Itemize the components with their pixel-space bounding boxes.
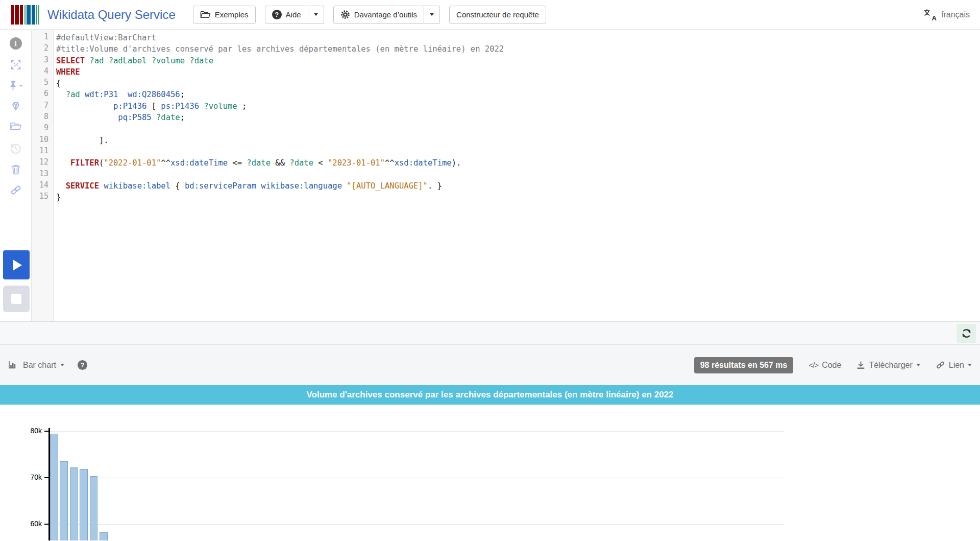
y-axis-label: 60k [18, 520, 42, 528]
refresh-results-button[interactable] [957, 324, 976, 343]
results-count-badge: 98 résultats en 567 ms [694, 357, 794, 373]
permalink-icon[interactable] [10, 184, 22, 196]
code-line[interactable] [56, 169, 980, 180]
code-label: Code [822, 361, 841, 370]
code-line[interactable]: #defaultView:BarChart [56, 32, 980, 43]
page-title[interactable]: Wikidata Query Service [47, 8, 176, 22]
run-query-button[interactable] [3, 250, 30, 279]
code-line[interactable]: ?ad wdt:P31 wd:Q2860456; [56, 89, 980, 100]
line-number: 2 [32, 43, 53, 55]
stop-icon [11, 294, 21, 304]
download-label: Télécharger [869, 361, 912, 370]
query-editor-panel: i 123456789101112131415 #de [0, 30, 980, 322]
code-line[interactable]: ]. [56, 135, 980, 146]
examples-button[interactable]: Exemples [193, 6, 256, 24]
code-line[interactable]: p:P1436 [ ps:P1436 ?volume ; [56, 101, 980, 112]
code-line[interactable]: SELECT ?ad ?adLabel ?volume ?date [56, 55, 980, 66]
code-line[interactable]: SERVICE wikibase:label { bd:serviceParam… [56, 180, 980, 192]
bar-chart-icon [8, 361, 19, 369]
open-query-folder-icon[interactable] [10, 122, 22, 131]
examples-button-group: Exemples [193, 6, 256, 24]
line-number: 3 [32, 55, 53, 66]
line-number: 1 [32, 32, 53, 43]
y-axis-tick [44, 524, 49, 525]
bar[interactable] [50, 434, 58, 540]
clear-editor-trash-icon[interactable] [11, 163, 21, 175]
result-view-selector[interactable]: Bar chart [8, 361, 64, 370]
language-label: français [941, 10, 970, 19]
line-numbers: 123456789101112131415 [32, 30, 54, 321]
y-axis-label: 70k [18, 473, 42, 481]
gridline [50, 431, 784, 432]
y-axis-tick [44, 431, 49, 432]
query-info-icon[interactable]: i [10, 37, 22, 50]
refresh-icon [961, 328, 972, 339]
link-button[interactable]: Lien [936, 360, 972, 370]
fullscreen-icon[interactable] [10, 59, 21, 70]
download-button[interactable]: Télécharger [856, 361, 920, 370]
line-number: 5 [32, 78, 53, 89]
chevron-down-icon [430, 13, 434, 16]
code-button[interactable]: </> Code [808, 361, 841, 370]
download-icon [856, 361, 865, 369]
code-line[interactable] [56, 146, 980, 157]
link-icon [936, 360, 945, 370]
chevron-down-icon [916, 364, 920, 366]
question-circle-icon: ? [272, 10, 282, 19]
results-toolbar: Bar chart ? 98 résultats en 567 ms </> C… [0, 345, 980, 385]
code-line[interactable]: pq:P585 ?date; [56, 112, 980, 123]
line-number: 8 [32, 112, 53, 123]
help-button-group: ? Aide [265, 6, 324, 24]
query-status-bar [0, 322, 980, 345]
help-button[interactable]: ? Aide [265, 6, 308, 24]
code-line[interactable]: } [56, 192, 980, 203]
history-restore-icon [10, 143, 22, 155]
gear-icon [340, 10, 350, 19]
more-tools-label: Davantage d’outils [354, 10, 417, 19]
bar[interactable] [80, 469, 88, 540]
bar[interactable] [70, 467, 78, 540]
view-label: Bar chart [23, 361, 56, 370]
pin-query-icon[interactable] [9, 80, 23, 91]
more-tools-button[interactable]: Davantage d’outils [333, 6, 424, 24]
gridline [50, 524, 784, 525]
code-line[interactable]: { [56, 78, 980, 89]
code-line[interactable]: FILTER("2022-01-01"^^xsd:dateTime <= ?da… [56, 157, 980, 169]
language-selector[interactable]: A français [923, 9, 970, 21]
line-number: 9 [32, 123, 53, 134]
code-line[interactable] [56, 123, 980, 134]
editor-tool-column: i [0, 30, 32, 321]
play-icon [13, 260, 22, 271]
bar[interactable] [100, 532, 108, 540]
view-help-icon[interactable]: ? [78, 360, 87, 370]
chevron-down-icon [968, 364, 972, 366]
query-builder-button[interactable]: Constructeur de requête [449, 6, 546, 24]
help-dropdown-button[interactable] [308, 6, 324, 24]
results-actions: 98 résultats en 567 ms </> Code Téléchar… [694, 357, 972, 373]
translate-icon: A [923, 9, 937, 21]
line-number: 14 [32, 180, 53, 192]
stop-query-button[interactable] [3, 286, 30, 312]
format-code-gem-icon[interactable] [9, 101, 22, 111]
y-axis-label: 80k [18, 427, 42, 435]
bar[interactable] [90, 476, 98, 540]
line-number: 7 [32, 101, 53, 112]
code-line[interactable]: WHERE [56, 66, 980, 78]
chevron-down-icon [60, 364, 64, 366]
line-number: 15 [32, 192, 53, 203]
wikidata-logo-icon[interactable] [11, 5, 39, 25]
chart-title-bar: Volume d'archives conservé par les archi… [0, 385, 980, 405]
bar[interactable] [60, 461, 68, 540]
help-label: Aide [286, 10, 301, 19]
code-lines[interactable]: #defaultView:BarChart#title:Volume d'arc… [56, 30, 980, 321]
code-line[interactable]: #title:Volume d'archives conservé par le… [56, 43, 980, 55]
chart-plot: 80k70k60k [0, 405, 980, 540]
code-icon: </> [808, 361, 818, 369]
line-number: 11 [32, 146, 53, 157]
query-builder-label: Constructeur de requête [456, 10, 539, 19]
more-tools-dropdown-button[interactable] [424, 6, 440, 24]
y-axis-tick [44, 477, 49, 478]
line-number: 6 [32, 89, 53, 100]
more-tools-button-group: Davantage d’outils [333, 6, 440, 24]
chevron-down-icon [19, 85, 23, 87]
